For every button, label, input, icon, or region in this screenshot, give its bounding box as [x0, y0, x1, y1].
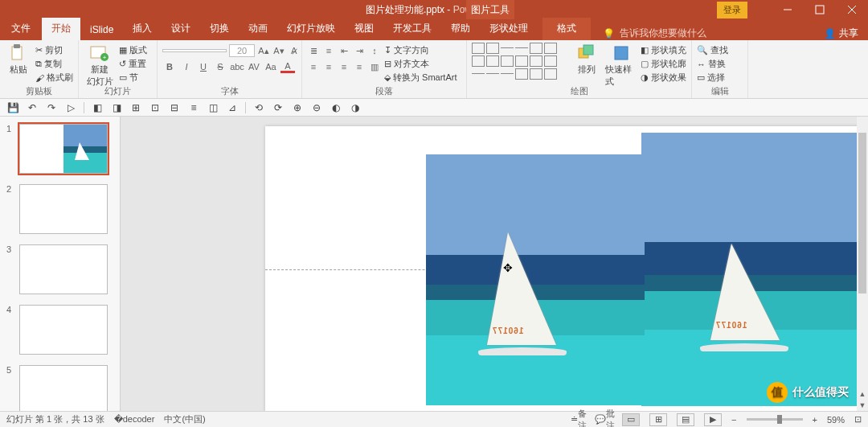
accessibility-icon[interactable]: �decoder [114, 414, 155, 425]
tab-home[interactable]: 开始 [42, 18, 80, 40]
line-spacing-icon[interactable]: ↕ [368, 44, 381, 57]
qat-btn-14[interactable]: ◑ [349, 101, 362, 114]
zoom-in-button[interactable]: + [813, 415, 817, 425]
qat-btn-1[interactable]: ◧ [91, 101, 104, 114]
reading-view-button[interactable]: ▤ [677, 413, 694, 426]
language[interactable]: 中文(中国) [164, 413, 205, 425]
change-case-button[interactable]: Aa [264, 60, 278, 73]
image-sailboat-1[interactable]: 160177 [426, 154, 645, 405]
qat-btn-7[interactable]: ◫ [207, 101, 219, 114]
tab-developer[interactable]: 开发工具 [383, 18, 441, 40]
canvas-scrollbar[interactable]: ▲▼ [857, 117, 868, 411]
qat-btn-6[interactable]: ≡ [187, 101, 200, 114]
thumbnail-3[interactable]: 3 [0, 242, 120, 302]
minimize-button[interactable] [772, 0, 804, 19]
comments-button[interactable]: 💬 批注 [596, 413, 612, 426]
font-color-button[interactable]: A [280, 60, 295, 73]
zoom-out-button[interactable]: − [731, 415, 736, 425]
select-button[interactable]: ▭选择 [697, 72, 728, 84]
decrease-font-icon[interactable]: A▾ [272, 44, 285, 57]
tab-shapeproc[interactable]: 形状处理 [480, 18, 538, 40]
tab-format[interactable]: 格式 [542, 18, 591, 40]
slide-canvas[interactable]: 160177 160177 ✥ ▲▼ [121, 117, 868, 411]
qat-btn-5[interactable]: ⊟ [168, 101, 181, 114]
qat-btn-3[interactable]: ⊞ [129, 101, 142, 114]
strike-button[interactable]: S [213, 60, 227, 73]
indent-dec-icon[interactable]: ⇤ [338, 44, 350, 57]
tab-insert[interactable]: 插入 [123, 18, 162, 40]
new-slide-button[interactable]: + 新建 幻灯片 [84, 43, 116, 88]
font-family-select[interactable] [162, 49, 227, 52]
qat-btn-13[interactable]: ◐ [330, 101, 342, 114]
thumbnail-1[interactable]: 1 [0, 121, 120, 182]
tab-animations[interactable]: 动画 [239, 18, 277, 40]
normal-view-button[interactable]: ▭ [622, 413, 640, 426]
tab-design[interactable]: 设计 [162, 18, 200, 40]
tab-help[interactable]: 帮助 [441, 18, 480, 40]
fit-window-button[interactable]: ⊡ [854, 414, 862, 425]
tab-file[interactable]: 文件 [0, 18, 42, 40]
shape-outline-button[interactable]: ▢形状轮廓 [641, 58, 686, 70]
start-slideshow-icon[interactable]: ▷ [64, 101, 77, 114]
align-left-icon[interactable]: ≡ [307, 60, 320, 73]
justify-icon[interactable]: ≡ [353, 60, 366, 73]
zoom-level[interactable]: 59% [827, 415, 845, 425]
qat-btn-8[interactable]: ⊿ [226, 101, 239, 114]
align-text-button[interactable]: ⊟对齐文本 [384, 58, 457, 70]
shape-gallery[interactable] [472, 43, 567, 80]
increase-font-icon[interactable]: A▴ [257, 44, 270, 57]
italic-button[interactable]: I [179, 60, 194, 73]
thumbnail-2[interactable]: 2 [0, 182, 120, 242]
section-button[interactable]: ▭节 [119, 72, 147, 84]
login-button[interactable]: 登录 [717, 2, 747, 18]
bullets-icon[interactable]: ≣ [307, 44, 320, 57]
shape-effects-button[interactable]: ◑形状效果 [641, 72, 686, 84]
tab-slideshow[interactable]: 幻灯片放映 [277, 18, 345, 40]
share-button[interactable]: 👤 共享 [824, 27, 858, 40]
tab-islide[interactable]: iSlide [80, 20, 123, 40]
sorter-view-button[interactable]: ⊞ [649, 413, 667, 426]
tab-view[interactable]: 视图 [345, 18, 383, 40]
cut-button[interactable]: ✂剪切 [35, 44, 73, 56]
thumbnail-5[interactable]: 5 [0, 363, 120, 411]
tell-me[interactable]: 💡 告诉我你想要做什么 [603, 27, 706, 40]
layout-button[interactable]: ▦版式 [119, 44, 147, 56]
undo-icon[interactable]: ↶ [26, 101, 39, 114]
qat-btn-10[interactable]: ⟳ [272, 101, 285, 114]
shape-fill-button[interactable]: ◧形状填充 [641, 44, 686, 56]
qat-btn-9[interactable]: ⟲ [252, 101, 265, 114]
save-icon[interactable]: 💾 [6, 101, 19, 114]
find-button[interactable]: 🔍查找 [697, 44, 728, 56]
smartart-button[interactable]: ⬙转换为 SmartArt [384, 72, 457, 84]
shadow-button[interactable]: abc [230, 60, 244, 73]
reset-button[interactable]: ↺重置 [119, 58, 147, 70]
tab-transitions[interactable]: 切换 [200, 18, 239, 40]
prev-slide-icon[interactable]: ▲ [857, 388, 868, 400]
numbering-icon[interactable]: ≡ [322, 44, 335, 57]
indent-inc-icon[interactable]: ⇥ [353, 44, 366, 57]
columns-icon[interactable]: ▥ [368, 60, 381, 73]
spacing-button[interactable]: AV [247, 60, 261, 73]
qat-btn-2[interactable]: ◨ [110, 101, 123, 114]
close-button[interactable] [836, 0, 868, 19]
bold-button[interactable]: B [162, 60, 177, 73]
font-size-select[interactable]: 20 [229, 44, 255, 57]
qat-btn-12[interactable]: ⊖ [310, 101, 323, 114]
notes-button[interactable]: ≐ 备注 [571, 413, 587, 426]
copy-button[interactable]: ⧉复制 [35, 58, 73, 70]
align-right-icon[interactable]: ≡ [338, 60, 350, 73]
paste-button[interactable]: 粘贴 [5, 43, 32, 76]
replace-button[interactable]: ↔替换 [697, 58, 728, 70]
redo-icon[interactable]: ↷ [45, 101, 58, 114]
zoom-slider[interactable] [747, 418, 803, 421]
image-sailboat-2[interactable]: 160177 [641, 133, 868, 406]
slideshow-view-button[interactable]: ▶ [704, 413, 722, 426]
next-slide-icon[interactable]: ▼ [857, 400, 868, 411]
text-direction-button[interactable]: ↧文字方向 [384, 44, 457, 56]
quick-style-button[interactable]: 快速样式 [605, 43, 637, 88]
qat-btn-11[interactable]: ⊕ [291, 101, 304, 114]
arrange-button[interactable]: 排列 [571, 43, 603, 76]
qat-btn-4[interactable]: ⊡ [149, 101, 162, 114]
format-painter-button[interactable]: 🖌格式刷 [35, 72, 73, 84]
maximize-button[interactable] [804, 0, 836, 19]
